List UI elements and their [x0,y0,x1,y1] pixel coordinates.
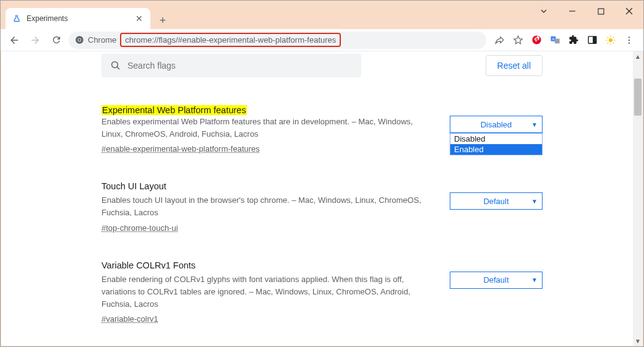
extensions-icon[interactable] [568,35,579,46]
flag-item: Experimental Web Platform features Enabl… [101,105,543,154]
svg-point-22 [629,36,630,38]
flag-description: Enables experimental Web Platform featur… [101,116,427,140]
sidepanel-icon[interactable] [586,35,598,46]
svg-rect-9 [554,38,559,43]
flag-anchor-link[interactable]: #variable-colrv1 [101,314,158,323]
select-value: Disabled [481,120,512,129]
back-button[interactable] [6,32,23,49]
minimize-button[interactable] [558,4,586,18]
chrome-logo-icon [75,35,84,45]
svg-point-25 [112,62,118,68]
flag-item: Touch UI Layout Enables touch UI layout … [101,181,543,233]
svg-line-26 [117,67,119,69]
search-icon [110,60,121,71]
flask-icon [12,14,22,24]
select-dropdown: Disabled Enabled [450,133,543,155]
reset-all-button[interactable]: Reset all [486,55,543,76]
search-box[interactable] [101,54,361,77]
search-input[interactable] [127,61,353,71]
flag-select[interactable]: Disabled ▼ [450,116,543,133]
flag-select[interactable]: Default ▼ [450,272,543,289]
sun-icon[interactable] [605,35,616,46]
page-viewport: ▲ ▼ Reset all Experimental Web Platform … [1,51,643,346]
svg-rect-1 [598,9,604,14]
flag-select[interactable]: Default ▼ [450,192,543,210]
window-controls [530,4,643,18]
share-icon[interactable] [494,35,505,46]
option-enabled[interactable]: Enabled [450,144,542,155]
flag-description: Enable rendering of COLRv1 glyphs with f… [101,273,427,311]
svg-line-18 [608,36,609,38]
select-value: Default [483,275,509,285]
flag-description: Enables touch UI layout in the browser's… [101,194,427,219]
tab-title: Experiments [27,14,129,23]
new-tab-button[interactable]: + [154,12,171,29]
svg-point-6 [79,39,81,41]
flag-item: Variable COLRv1 Fonts Enable rendering o… [101,260,543,324]
chevron-down-icon: ▼ [531,198,538,205]
translate-icon[interactable]: A [549,35,560,46]
svg-point-23 [629,39,630,40]
menu-dots-icon[interactable] [624,35,635,46]
svg-line-21 [613,36,614,38]
close-window-button[interactable] [615,4,643,18]
flag-anchor-link[interactable]: #top-chrome-touch-ui [101,223,178,233]
tab-close-icon[interactable]: ✕ [134,14,144,24]
svg-line-20 [608,42,609,43]
svg-text:A: A [552,37,554,41]
chevron-down-icon: ▼ [531,276,538,283]
scroll-down-icon[interactable]: ▼ [633,336,643,346]
window-dropdown-icon[interactable] [530,4,558,18]
reload-button[interactable] [48,32,65,49]
scroll-up-icon[interactable]: ▲ [633,51,643,61]
svg-line-19 [613,42,614,43]
svg-rect-12 [593,36,596,43]
url-highlighted: chrome://flags/#enable-experimental-web-… [120,33,341,47]
forward-button[interactable] [27,32,44,49]
svg-point-7 [532,35,541,44]
search-row: Reset all [101,51,543,77]
chevron-down-icon: ▼ [531,121,538,128]
flag-title: Touch UI Layout [101,181,427,191]
select-value: Default [483,197,509,206]
tab-experiments[interactable]: Experiments ✕ [6,8,150,29]
chrome-prefix: Chrome [75,35,116,45]
svg-point-24 [629,42,630,43]
browser-toolbar: Chrome chrome://flags/#enable-experiment… [1,29,643,51]
scrollbar-thumb[interactable] [634,79,642,116]
svg-point-13 [609,38,612,42]
option-disabled[interactable]: Disabled [450,134,542,144]
bookmark-star-icon[interactable] [512,35,523,46]
flag-anchor-link[interactable]: #enable-experimental-web-platform-featur… [101,144,260,153]
flag-title: Variable COLRv1 Fonts [101,260,427,270]
toolbar-right: A [490,35,638,46]
pinterest-icon[interactable] [531,35,542,46]
maximize-button[interactable] [586,4,615,18]
address-bar[interactable]: Chrome chrome://flags/#enable-experiment… [69,32,486,49]
flags-page: Reset all Experimental Web Platform feat… [1,51,643,346]
scrollbar-track[interactable]: ▲ ▼ [633,51,643,346]
flag-title: Experimental Web Platform features [101,105,247,115]
